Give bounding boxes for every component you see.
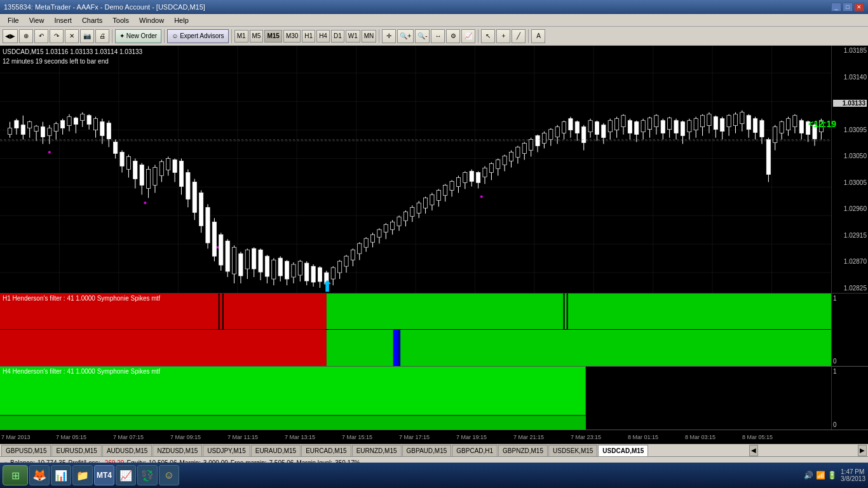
sym-tab-gbpusd[interactable]: GBPUSD,M15: [1, 445, 51, 456]
menu-help[interactable]: Help: [169, 15, 194, 25]
svg-rect-26: [15, 121, 18, 128]
tf-w1[interactable]: W1: [346, 30, 360, 43]
tf-h1[interactable]: H1: [302, 30, 315, 43]
tf-m1[interactable]: M1: [234, 30, 248, 43]
indicators-btn[interactable]: 📈: [461, 29, 475, 43]
toolbar-sep-4: [379, 29, 379, 43]
svg-rect-93: [226, 241, 229, 271]
svg-rect-277: [327, 294, 831, 330]
svg-rect-216: [628, 121, 632, 133]
tf-m30[interactable]: M30: [283, 30, 301, 43]
sym-tab-nzdusd[interactable]: NZDUSD,M15: [153, 445, 202, 456]
zoom-in-btn[interactable]: 🔍+: [397, 29, 414, 43]
toolbar-btn-2[interactable]: ⊕: [19, 29, 33, 43]
svg-rect-70: [153, 168, 157, 186]
time-left: 12 minutes 19 seconds left to bar end: [3, 57, 142, 66]
cursor-btn[interactable]: ↖: [481, 29, 495, 43]
menu-insert[interactable]: Insert: [49, 15, 77, 25]
price-label-8: 1.02870: [833, 258, 867, 265]
toolbar-btn-5[interactable]: ✕: [65, 29, 79, 43]
close-button[interactable]: ✕: [854, 3, 864, 11]
text-btn[interactable]: A: [531, 29, 545, 43]
start-button[interactable]: ⊞: [3, 465, 28, 485]
crosshair2-btn[interactable]: +: [496, 29, 510, 43]
svg-rect-266: [793, 116, 797, 127]
sym-tab-gbpaud[interactable]: GBPAUD,M15: [402, 445, 452, 456]
svg-rect-95: [232, 247, 236, 274]
sym-tab-eurcad[interactable]: EURCAD,M15: [301, 445, 351, 456]
price-label-4: 1.03050: [833, 152, 867, 159]
svg-rect-206: [595, 122, 599, 135]
svg-rect-230: [674, 121, 678, 133]
sym-tab-eurusd[interactable]: EURUSD,M15: [51, 445, 101, 456]
price-label-9: 1.02825: [833, 285, 867, 292]
line-btn[interactable]: ╱: [512, 29, 526, 43]
taskbar-app4[interactable]: 💱: [137, 465, 158, 485]
restore-button[interactable]: □: [843, 3, 853, 11]
svg-rect-252: [747, 116, 750, 130]
tf-m15[interactable]: M15: [264, 30, 281, 43]
taskbar-browser[interactable]: 🦊: [29, 465, 50, 485]
sym-tab-usdjpy[interactable]: USDJPY,M15: [203, 445, 250, 456]
toolbar-btn-3[interactable]: ↶: [34, 29, 48, 43]
tf-mn[interactable]: MN: [362, 30, 377, 43]
toolbar-btn-6[interactable]: 📷: [80, 29, 94, 43]
menu-charts[interactable]: Charts: [77, 15, 107, 25]
svg-rect-45: [74, 118, 78, 125]
main-chart[interactable]: USDCAD,M15 1.03116 1.03133 1.03114 1.031…: [0, 46, 868, 294]
menu-view[interactable]: View: [24, 15, 50, 25]
toolbar-btn-4[interactable]: ↷: [50, 29, 64, 43]
zoom-out-btn[interactable]: 🔍-: [415, 29, 430, 43]
time-label-8: 7 Mar 19:15: [456, 434, 487, 440]
sym-tab-nav-left[interactable]: ◀: [749, 445, 758, 456]
svg-rect-131: [351, 250, 355, 260]
taskbar-app1[interactable]: 📊: [51, 465, 71, 485]
menu-tools[interactable]: Tools: [107, 15, 134, 25]
toolbar-sep-2: [164, 29, 165, 43]
sym-tab-nav-right[interactable]: ▶: [858, 445, 867, 456]
toolbar-btn-1[interactable]: ◀▶: [3, 29, 18, 43]
svg-rect-97: [239, 254, 243, 276]
taskbar-metatrader[interactable]: MT4: [94, 465, 114, 485]
sym-tab-gbpcad[interactable]: GBPCAD,H1: [452, 445, 498, 456]
svg-rect-43: [67, 117, 71, 126]
price-label-6: 1.02960: [833, 205, 867, 212]
svg-rect-51: [93, 119, 97, 130]
sym-tab-gbpnzd[interactable]: GBPNZD,M15: [498, 445, 548, 456]
svg-rect-129: [344, 256, 348, 266]
svg-rect-226: [661, 121, 665, 133]
menu-file[interactable]: File: [3, 15, 24, 25]
taskbar-app5[interactable]: ☺: [159, 465, 179, 485]
svg-rect-109: [278, 258, 282, 276]
crosshair-btn[interactable]: ✛: [382, 29, 396, 43]
menu-window[interactable]: Window: [134, 15, 169, 25]
tf-h4[interactable]: H4: [316, 30, 330, 43]
sym-tab-usdsek[interactable]: USDSEK,M15: [548, 445, 597, 456]
sym-tab-audusd[interactable]: AUDUSD,M15: [102, 445, 152, 456]
scroll-btn[interactable]: ↔: [431, 29, 445, 43]
new-order-button[interactable]: ✦ New Order: [115, 29, 161, 43]
properties-btn[interactable]: ⚙: [446, 29, 460, 43]
sym-tab-usdcad[interactable]: USDCAD,M15: [598, 445, 648, 456]
tf-m5[interactable]: M5: [250, 30, 264, 43]
taskbar-app2[interactable]: 📁: [72, 465, 93, 485]
taskbar-app3[interactable]: 📈: [116, 465, 136, 485]
svg-rect-113: [292, 264, 295, 277]
toolbar-btn-7[interactable]: 🖨: [95, 29, 109, 43]
svg-rect-78: [179, 161, 183, 187]
svg-rect-111: [285, 261, 288, 279]
svg-rect-196: [562, 122, 566, 133]
expert-advisors-button[interactable]: ☺ Expert Advisors: [167, 29, 228, 43]
sym-tab-euraud[interactable]: EURAUD,M15: [251, 445, 301, 456]
sym-tab-eurnzd[interactable]: EURNZD,M15: [352, 445, 402, 456]
indicator2-panel: H4 Henderson's filter : 41 1.0000 Sympho…: [0, 367, 868, 430]
indicator2-label: H4 Henderson's filter : 41 1.0000 Sympho…: [3, 368, 160, 375]
toolbar-sep-3: [231, 29, 232, 43]
svg-rect-174: [489, 164, 493, 173]
time-label-5: 7 Mar 13:15: [285, 434, 315, 440]
svg-rect-47: [81, 114, 85, 121]
svg-rect-290: [0, 416, 586, 430]
minimize-button[interactable]: _: [831, 3, 841, 11]
tf-d1[interactable]: D1: [331, 30, 344, 43]
svg-rect-143: [391, 222, 395, 229]
